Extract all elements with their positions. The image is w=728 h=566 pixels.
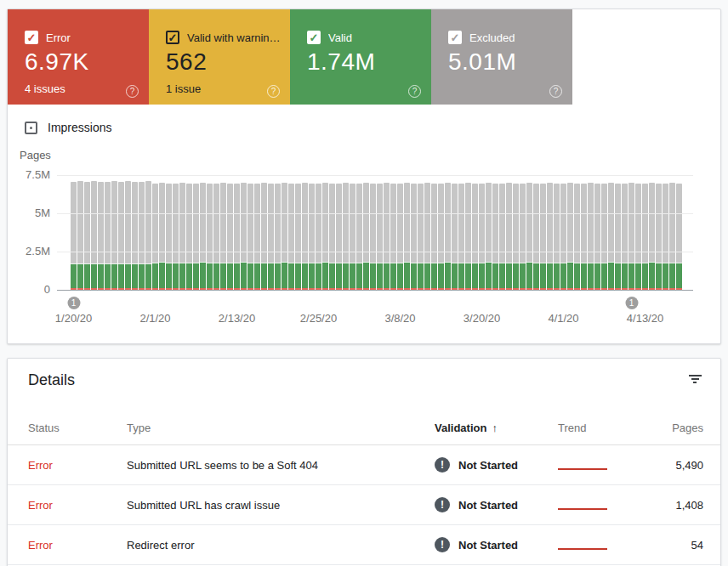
bar[interactable] [166, 184, 172, 290]
bar[interactable] [241, 183, 247, 290]
bar[interactable] [479, 184, 485, 290]
bar[interactable] [261, 183, 267, 290]
table-row[interactable]: Error Submitted URL has crawl issue ! No… [8, 485, 720, 525]
bar[interactable] [152, 184, 158, 290]
bar[interactable] [377, 184, 383, 290]
annotation-marker[interactable]: 1 [67, 297, 80, 309]
bar[interactable] [513, 184, 519, 290]
bar[interactable] [431, 184, 437, 290]
bar[interactable] [458, 184, 464, 290]
bar[interactable] [363, 183, 369, 290]
bar[interactable] [438, 184, 444, 290]
bar[interactable] [343, 183, 349, 290]
bar[interactable] [316, 184, 321, 290]
bar[interactable] [98, 182, 104, 290]
bar[interactable] [418, 184, 424, 290]
bar[interactable] [520, 184, 526, 290]
bar[interactable] [588, 183, 594, 290]
bar[interactable] [268, 184, 274, 290]
bar[interactable] [669, 183, 675, 290]
bar[interactable] [193, 184, 199, 290]
bar[interactable] [302, 183, 308, 290]
filter-icon[interactable] [685, 369, 705, 389]
bar[interactable] [71, 182, 77, 290]
bar[interactable] [547, 183, 553, 290]
bar[interactable] [322, 183, 328, 290]
bar[interactable] [275, 184, 281, 290]
bar[interactable] [404, 183, 410, 290]
bar[interactable] [288, 184, 294, 290]
bar[interactable] [411, 184, 417, 290]
bar[interactable] [676, 184, 682, 290]
bar[interactable] [356, 184, 362, 290]
bar[interactable] [574, 184, 580, 290]
bar[interactable] [139, 182, 145, 290]
bar[interactable] [656, 184, 662, 290]
bar[interactable] [77, 181, 83, 290]
bar[interactable] [173, 184, 179, 290]
bar[interactable] [254, 184, 260, 290]
bar[interactable] [247, 184, 253, 290]
bar[interactable] [309, 184, 315, 290]
col-header-pages[interactable]: Pages [672, 411, 703, 444]
bar[interactable] [118, 182, 124, 290]
table-row[interactable]: Error Redirect error ! Not Started 54 [8, 525, 720, 565]
bar[interactable] [336, 184, 342, 290]
bar[interactable] [424, 183, 430, 290]
bar[interactable] [533, 184, 539, 290]
bar[interactable] [84, 182, 90, 290]
bar[interactable] [642, 184, 648, 290]
bar[interactable] [186, 184, 192, 290]
bar[interactable] [125, 181, 131, 290]
bar[interactable] [499, 184, 505, 290]
bar[interactable] [329, 184, 335, 290]
bar[interactable] [179, 183, 185, 290]
bar[interactable] [213, 184, 219, 290]
col-header-validation[interactable]: Validation ↑ [435, 411, 498, 444]
bar[interactable] [560, 184, 566, 290]
bar[interactable] [234, 184, 240, 290]
bar[interactable] [350, 184, 355, 290]
bar[interactable] [608, 183, 614, 290]
bar[interactable] [628, 183, 634, 290]
bar[interactable] [220, 183, 226, 290]
bar[interactable] [370, 184, 376, 290]
bar[interactable] [452, 184, 458, 290]
bar[interactable] [397, 184, 403, 290]
bar[interactable] [649, 183, 655, 290]
bar[interactable] [486, 183, 492, 290]
col-header-status[interactable]: Status [28, 411, 60, 444]
bar[interactable] [207, 184, 213, 290]
bar[interactable] [445, 183, 451, 290]
bar[interactable] [615, 184, 621, 290]
col-header-trend[interactable]: Trend [558, 411, 607, 444]
bar[interactable] [594, 184, 600, 290]
bar[interactable] [465, 183, 471, 290]
bar[interactable] [227, 184, 233, 290]
bar[interactable] [506, 183, 512, 290]
bar[interactable] [526, 183, 532, 290]
bar[interactable] [554, 184, 560, 290]
bar[interactable] [111, 181, 117, 290]
bar[interactable] [663, 184, 668, 290]
bar[interactable] [295, 184, 301, 290]
bar[interactable] [384, 183, 390, 290]
bar[interactable] [492, 184, 498, 290]
bar[interactable] [132, 182, 138, 290]
bar[interactable] [282, 183, 287, 290]
bar[interactable] [622, 184, 628, 290]
annotation-marker[interactable]: 1 [625, 297, 638, 309]
bar[interactable] [145, 181, 151, 290]
bar[interactable] [390, 184, 396, 290]
col-header-type[interactable]: Type [127, 411, 151, 444]
bar[interactable] [601, 184, 607, 290]
bar[interactable] [91, 181, 97, 290]
bar[interactable] [200, 183, 206, 290]
bar[interactable] [159, 183, 165, 290]
bar[interactable] [540, 184, 546, 290]
bar[interactable] [635, 184, 641, 290]
bar[interactable] [567, 183, 573, 290]
bar[interactable] [581, 184, 587, 290]
bar[interactable] [472, 184, 478, 290]
table-row[interactable]: Error Submitted URL seems to be a Soft 4… [8, 445, 720, 485]
